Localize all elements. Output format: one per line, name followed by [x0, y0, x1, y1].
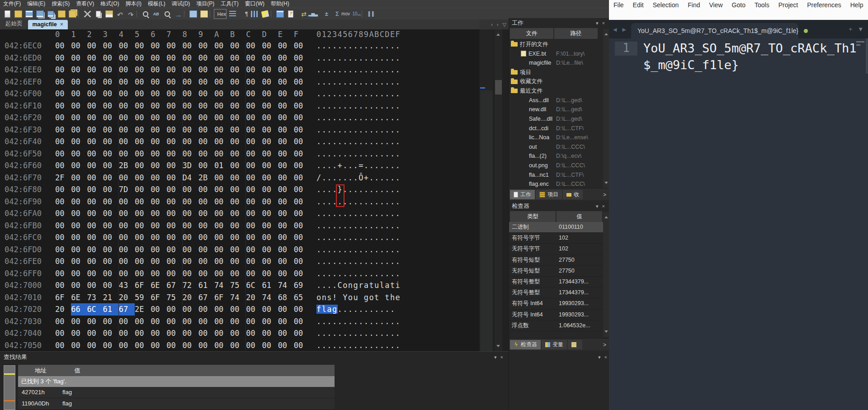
scroll-up-icon[interactable]	[604, 31, 608, 35]
column-header[interactable]: 路径	[554, 28, 598, 39]
hex-row[interactable]: 042:6F1000000000000000000000000000000000…	[0, 100, 479, 112]
tab-prev-icon[interactable]: ‹	[491, 22, 493, 27]
column-header[interactable]: 文件	[510, 28, 553, 39]
inspector-row[interactable]: 无符号 Int64 19930293...	[509, 310, 609, 320]
hex-mode-icon[interactable]: Hex	[214, 9, 226, 19]
mov-type-icon[interactable]: mov	[340, 9, 350, 19]
tree-item[interactable]: 最近文件	[509, 86, 603, 96]
dock-tab[interactable]: 项目	[536, 190, 562, 199]
close-icon[interactable]: ×	[603, 354, 609, 360]
menu-item[interactable]: 工具(T)	[217, 0, 241, 8]
swap-endian-icon[interactable]: ⇄	[297, 9, 307, 19]
columns-icon[interactable]	[249, 9, 259, 19]
tree-item[interactable]: 项目	[509, 68, 603, 77]
tree-item[interactable]: flag.enc D:\L...CCC\	[509, 179, 603, 188]
tab-prev-icon[interactable]: ◀	[612, 27, 618, 33]
menu-item[interactable]: 文件(F)	[0, 0, 24, 8]
undo-icon[interactable]	[115, 9, 125, 19]
menu-item[interactable]: 调试(D)	[169, 0, 193, 8]
tab-overflow-icon[interactable]: >	[600, 342, 609, 348]
menu-item[interactable]: Preferences	[802, 1, 845, 9]
tree-item[interactable]: fla...(2) D:\q...ecv\	[509, 151, 603, 161]
paste-icon[interactable]	[104, 9, 114, 19]
inspector-row[interactable]: 无符号整型 17344379...	[509, 287, 609, 298]
tree-item[interactable]: Safe....dll D:\L...ged\	[509, 114, 603, 124]
find-icon[interactable]	[141, 9, 151, 19]
goto-icon[interactable]	[173, 9, 183, 19]
column-header[interactable]: 类型	[510, 211, 556, 222]
editor-scrollbar[interactable]	[866, 38, 868, 74]
tab-list-icon[interactable]: ▼	[858, 26, 863, 33]
tree-item[interactable]: 收藏文件	[509, 77, 603, 86]
folder-copy-icon[interactable]	[67, 9, 77, 19]
inspector-row[interactable]: 无符号字节 102	[509, 244, 609, 254]
menu-item[interactable]: Tools	[750, 1, 774, 9]
inspector-scrollbar[interactable]	[603, 212, 609, 337]
highlighter-icon[interactable]	[260, 9, 270, 19]
tab-close-icon[interactable]: ×	[60, 21, 63, 28]
scroll-up-icon[interactable]	[496, 32, 500, 36]
calc-ops-icon[interactable]: ±	[318, 9, 328, 19]
open-folder-icon[interactable]	[13, 9, 23, 19]
tree-item[interactable]: EXE.bt F:\01...tory\	[509, 49, 603, 59]
hex-row[interactable]: 042:6F3000000000000000000000000000000000…	[0, 124, 479, 136]
menu-item[interactable]: 搜索(S)	[48, 0, 73, 8]
hex-row[interactable]: 042:6F702F00000000000000D42B000000000000…	[0, 172, 479, 184]
scroll-up-icon[interactable]	[604, 214, 608, 218]
find-in-files-icon[interactable]	[162, 9, 172, 19]
find-result-row[interactable]: 1190A0Dh flag	[18, 398, 335, 410]
new-tab-icon[interactable]: +	[849, 26, 853, 33]
save-icon[interactable]	[24, 9, 34, 19]
dock-tab[interactable]: 工作	[510, 190, 535, 199]
hex-row[interactable]: 042:705000000000000000000000000000000000…	[0, 339, 479, 352]
tree-item[interactable]: new.dll D:\L...ged\	[509, 105, 603, 114]
tree-item[interactable]: Ass...dll D:\L...ged\	[509, 96, 603, 105]
column-header[interactable]: 值	[557, 211, 602, 222]
find-result-row[interactable]: 427021h flag	[18, 387, 335, 398]
collapse-icon[interactable]: ▾	[594, 20, 600, 26]
hex-row[interactable]: 042:6FF000000000000000000000000000000000…	[0, 268, 479, 280]
copy-icon[interactable]	[93, 9, 103, 19]
hex-row[interactable]: 042:6FA000000000000000000000000000000000…	[0, 207, 479, 220]
find-summary-row[interactable]: 已找到 3 个 'flag'.	[18, 376, 335, 387]
hex-row[interactable]: 042:6F5000000000000000000000000000000000…	[0, 148, 479, 160]
inspector-row[interactable]: 有符号 Int64 19930293...	[509, 298, 609, 309]
collapse-icon[interactable]: ▾	[594, 203, 600, 209]
tab-list-icon[interactable]: ▽	[503, 22, 506, 28]
menu-item[interactable]: 模板(L)	[145, 0, 169, 8]
collapse-icon[interactable]: ▾	[596, 354, 603, 360]
hex-row[interactable]: 042:6F9000000000000000000000000000000000…	[0, 196, 479, 208]
dock-tab[interactable]: 变量	[542, 340, 567, 349]
tab-magicfile[interactable]: magicfile ×	[28, 20, 68, 29]
template-open-icon[interactable]	[188, 9, 198, 19]
menu-item[interactable]: Edit	[628, 1, 648, 9]
hex-row[interactable]: 042:6F80000000007D0000000000000000000000…	[0, 184, 479, 196]
hex-row[interactable]: 042:702020666C61672E00000000000000000000…	[0, 303, 479, 316]
hex-row[interactable]: 042:6EC000000000000000000000000000000000…	[0, 40, 479, 52]
pause-icon[interactable]: ▌▌	[366, 9, 376, 19]
file-map[interactable]	[480, 29, 493, 351]
template-results-icon[interactable]	[199, 9, 209, 19]
menu-item[interactable]: Find	[683, 1, 704, 9]
tab-overflow-icon[interactable]: >	[600, 192, 609, 198]
tree-item[interactable]: magicfile D:\Le...file\	[509, 58, 603, 68]
tree-item[interactable]: lic...Noa D:\Le...ense\	[509, 133, 603, 142]
scrollbar-thumb[interactable]	[495, 80, 502, 94]
save-all-icon[interactable]	[46, 9, 56, 19]
tab-start-page[interactable]: 起始页	[0, 19, 28, 29]
sublime-active-tab[interactable]: YoU_AR3_SO_5m@R7_TO_cRACk_Th1$_m@9iC_f1l…	[631, 23, 798, 38]
hex-row[interactable]: 042:703000000000000000000000000000000000…	[0, 316, 479, 328]
collapse-icon[interactable]: ▾	[492, 352, 499, 363]
hex-row[interactable]: 042:70106F6E732120596F7520676F7420746865…	[0, 292, 479, 304]
hex-row[interactable]: 042:6F2000000000000000000000000000000000…	[0, 112, 479, 124]
minimap[interactable]	[856, 41, 864, 47]
close-icon[interactable]: ×	[600, 20, 607, 26]
menu-item[interactable]: 窗口(W)	[242, 0, 268, 8]
menu-item[interactable]: Project	[774, 1, 803, 9]
menu-item[interactable]: 帮助(H)	[268, 0, 292, 8]
inspector-row[interactable]: 二进制 01100110	[509, 222, 609, 233]
column-header-value[interactable]: 值	[63, 365, 91, 376]
close-icon[interactable]: ×	[499, 352, 505, 363]
pilcrow-icon[interactable]: ¶	[238, 9, 248, 19]
column-header-address[interactable]: 地址	[18, 365, 63, 376]
